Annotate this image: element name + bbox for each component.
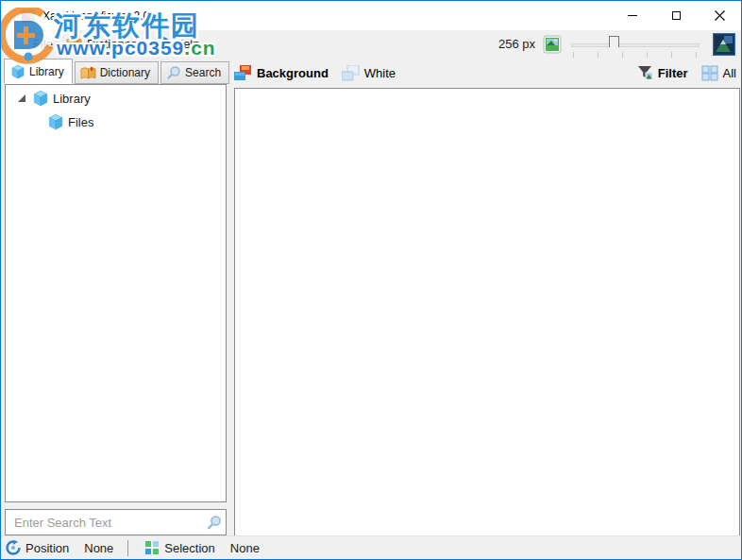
title-bar: Xaml Icon Viewer 2.0 <box>1 1 741 30</box>
position-label: Position <box>25 541 69 555</box>
small-image-icon[interactable] <box>543 35 562 54</box>
cube-icon <box>31 90 49 107</box>
tab-dictionary-label: Dictionary <box>100 66 150 79</box>
background-button[interactable]: Background <box>234 65 329 81</box>
minimize-icon <box>628 15 637 16</box>
zoom-controls: 256 px <box>498 33 735 56</box>
book-icon <box>66 37 82 51</box>
tree-item-files[interactable]: Files <box>6 111 226 132</box>
slider-track[interactable] <box>571 43 700 47</box>
search-input[interactable] <box>6 516 201 530</box>
icon-viewer-canvas <box>234 88 740 536</box>
selection-icon <box>145 541 160 555</box>
magnifier-icon <box>206 515 222 531</box>
cube-icon <box>9 64 25 79</box>
menu-dictionary[interactable]: Dictionary <box>66 37 142 51</box>
viewer-toolbar: Background White Filter <box>234 58 740 88</box>
slider-ticks <box>573 52 698 58</box>
maximize-icon <box>672 11 681 20</box>
tab-search[interactable]: Search <box>160 61 229 84</box>
all-grid-icon <box>701 65 718 81</box>
filter-value-button[interactable]: All <box>701 65 736 81</box>
search-icon <box>166 65 181 80</box>
left-tab-strip: Library Dictionary Search <box>4 59 231 84</box>
window-title: Xaml Icon Viewer 2.0 <box>42 9 149 23</box>
icon-size-value: 256 px <box>498 37 535 51</box>
menu-bar: File Dictionary ? Help 256 px <box>1 30 741 58</box>
background-label: Background <box>257 66 329 80</box>
library-tree-panel: Library Files <box>5 84 227 502</box>
tab-library-label: Library <box>29 65 64 78</box>
close-icon <box>715 10 725 21</box>
tab-search-label: Search <box>185 66 221 79</box>
search-box <box>5 509 227 535</box>
status-bar: Position None Selection None <box>1 535 741 559</box>
window-controls <box>611 1 741 30</box>
large-image-icon[interactable] <box>713 33 735 56</box>
white-color-icon <box>342 65 360 81</box>
filter-value: All <box>723 66 736 80</box>
menu-help[interactable]: ? Help <box>155 37 200 52</box>
tab-dictionary[interactable]: Dictionary <box>75 61 159 84</box>
background-value: White <box>364 66 396 80</box>
icon-size-slider[interactable] <box>571 34 700 55</box>
filter-icon <box>637 65 653 80</box>
status-separator <box>127 540 128 556</box>
tab-library[interactable]: Library <box>4 59 73 84</box>
tree-item-library[interactable]: Library <box>6 88 226 109</box>
maximize-button[interactable] <box>654 1 698 30</box>
tree-item-label: Files <box>68 115 93 129</box>
app-icon[interactable] <box>21 8 36 24</box>
search-submit-button[interactable] <box>201 511 226 534</box>
selection-label: Selection <box>164 541 214 555</box>
cube-icon <box>46 113 64 130</box>
selection-value: None <box>230 541 260 555</box>
close-button[interactable] <box>698 1 741 30</box>
book-icon <box>80 66 96 80</box>
menu-dictionary-label: Dictionary <box>87 37 142 51</box>
menu-file-label: File <box>33 37 53 51</box>
menu-help-label: Help <box>175 37 200 51</box>
help-icon: ? <box>155 37 170 52</box>
filter-button[interactable]: Filter <box>637 65 688 80</box>
position-icon <box>6 540 21 555</box>
filter-label: Filter <box>658 66 688 80</box>
position-value: None <box>84 541 113 555</box>
background-value-button[interactable]: White <box>342 65 396 81</box>
app-window: Xaml Icon Viewer 2.0 File Dictionary <box>0 0 742 560</box>
background-color-icon <box>234 65 252 81</box>
expander-icon[interactable] <box>18 94 25 102</box>
tree-item-label: Library <box>53 92 91 106</box>
minimize-button[interactable] <box>611 1 654 30</box>
menu-file[interactable]: File <box>33 37 53 51</box>
